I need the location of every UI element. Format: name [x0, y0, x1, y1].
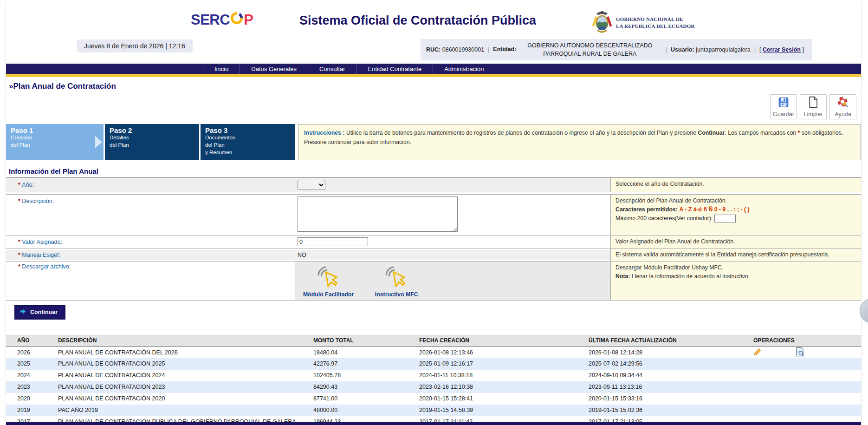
form-row-esigef: * Maneja Esigef: NO El sistema valida au… [6, 248, 861, 262]
wizard-steps: Paso 1 Creación del Plan Paso 2 Detalles… [6, 124, 861, 160]
nav-item-consultar[interactable]: Consultar [308, 64, 356, 74]
required-asterisk: * [18, 182, 20, 188]
valor-input[interactable] [298, 237, 368, 246]
cell-fecha-actualizacion: 2025-07-02 14:29:56 [589, 358, 753, 370]
limpiar-button[interactable]: Limpiar [800, 94, 827, 119]
descargar-help: Descargar Módulo Facilitador Ushay MFC. … [610, 262, 861, 300]
government-branding: GOBIERNO NACIONAL DE LA REPUBLICA DEL EC… [592, 10, 695, 36]
cell-fecha-creacion: 2023-02-16 12:10:38 [419, 381, 589, 393]
col-header-ultima-actualizacion: ÚLTIMA FECHA ACTUALIZACIÓN [589, 335, 753, 347]
form-row-descripcion: * Descripción: Descripción del Plan Anua… [6, 195, 861, 235]
separator: | [751, 46, 759, 53]
cell-operaciones [753, 393, 861, 405]
cell-operaciones [753, 381, 861, 393]
edit-pencil-icon[interactable] [753, 347, 762, 358]
required-asterisk: * [18, 252, 20, 258]
descripcion-textarea[interactable] [298, 196, 458, 232]
sercop-logo: SERCP [191, 12, 253, 28]
cell-fecha-actualizacion: 2023-09-11 13:13:16 [589, 381, 753, 393]
form-row-anio: * Año: Seleccione el año de Contratación… [6, 177, 861, 192]
descargar-label: Descargar archivo: [22, 263, 71, 270]
ruc-group: RUC: 0860019930001 [426, 46, 484, 53]
cell-fecha-creacion: 2024-01-11 10:38:18 [419, 370, 589, 381]
footer-bar [6, 422, 861, 425]
cell-operaciones [753, 405, 861, 416]
table-row: 2026 PLAN ANUAL DE CONTRATACIÓN DEL 2026… [6, 347, 861, 358]
cell-operaciones [753, 370, 861, 381]
ecuador-coat-of-arms-icon [592, 10, 612, 36]
counter-input[interactable] [714, 215, 736, 222]
click-download-icon[interactable] [316, 284, 341, 291]
col-header-fecha-creacion: FECHA CREACIÓN [419, 335, 589, 347]
entidad-value: GOBIERNO AUTONOMO DESCENTRALIZADO PARROQ… [518, 41, 662, 58]
required-asterisk: * [18, 263, 20, 270]
table-header-row: AÑO DESCRIPCIÓN MONTO TOTAL FECHA CREACI… [6, 335, 861, 347]
entidad-group: Entidad: GOBIERNO AUTONOMO DESCENTRALIZA… [493, 41, 661, 58]
guardar-button[interactable]: Guardar [770, 94, 797, 119]
step-2-detalles[interactable]: Paso 2 Detalles del Plan [105, 124, 199, 160]
separator: | [662, 46, 671, 53]
cell-fecha-actualizacion: 2026-01-08 12:14:28 [589, 347, 753, 358]
usuario-group: Usuario: juntaparroquialgalera [671, 46, 751, 53]
sercop-o-icon [230, 12, 243, 28]
continuar-button[interactable]: Continuar [14, 305, 65, 320]
cell-year: 2025 [6, 358, 58, 370]
view-document-icon[interactable] [795, 347, 804, 358]
cell-descripcion: PAC AÑO 2019 [58, 405, 313, 416]
main-container: SERCP Sistema Oficial de Contratación Pú… [6, 3, 862, 425]
nav-item-datos-generales[interactable]: Datos Generales [240, 64, 308, 74]
anio-help: Seleccione el año de Contratación. [610, 178, 861, 192]
cell-operaciones [753, 347, 861, 358]
table-row: 2023 PLAN ANUAL DE CONTRATACION 2023 842… [6, 381, 861, 393]
continue-arrow-icon [19, 308, 26, 316]
step-1-creacion[interactable]: Paso 1 Creación del Plan [6, 124, 104, 160]
cell-monto: 42276.97 [313, 358, 419, 370]
logout-group: [ Cerrar Sesión ] [759, 46, 804, 53]
table-row: 2024 PLAN ANUAL DE CONTRATACIÓN 2024 102… [6, 370, 861, 381]
cell-fecha-creacion: 2026-01-08 12:13:46 [419, 347, 589, 358]
required-asterisk: * [18, 198, 20, 204]
nav-item-administracion[interactable]: Administración [433, 64, 495, 74]
col-header-monto: MONTO TOTAL [313, 335, 419, 347]
cell-year: 2026 [6, 347, 58, 358]
descripcion-help: Descripción del Plan Anual de Contrataci… [610, 195, 861, 235]
header: SERCP Sistema Oficial de Contratación Pú… [6, 3, 861, 64]
click-download-icon[interactable] [384, 284, 409, 291]
datetime-display: Jueves 8 de Enero de 2026 | 12:16 [77, 39, 193, 52]
sercop-logo-text: SERC [191, 12, 230, 28]
gold-accent-bar [6, 74, 861, 77]
modulo-facilitador-link[interactable]: Módulo Facilitador [303, 291, 354, 298]
anio-label: Año: [22, 182, 34, 188]
cell-monto: 87741.00 [313, 393, 419, 405]
instructivo-mfc-download: Instructivo MFC [375, 263, 418, 298]
valor-label: Valor Asignado: [22, 239, 62, 245]
table-row: 2020 PLAN ANUAL DE CONTRATACIÓN 2020 877… [6, 393, 861, 405]
instructivo-mfc-link[interactable]: Instructivo MFC [375, 291, 418, 298]
cell-monto: 102405.78 [313, 370, 419, 381]
plans-table: AÑO DESCRIPCIÓN MONTO TOTAL FECHA CREACI… [6, 335, 861, 425]
session-info-bar: RUC: 0860019930001 | Entidad: GOBIERNO A… [421, 39, 812, 60]
cell-descripcion: PLAN ANUAL DE CONTRATACION 2023 [58, 381, 313, 393]
table-row: 2025 PLAN ANUAL DE CONTRATACION 2025 422… [6, 358, 861, 370]
col-header-ano: AÑO [6, 335, 58, 347]
cell-descripcion: PLAN ANUAL DE CONTRATACIÓN 2020 [58, 393, 313, 405]
page-title: »Plan Anual de Contratación [6, 77, 861, 94]
blank-page-icon [808, 96, 819, 110]
nav-item-inicio[interactable]: Inicio [203, 64, 240, 74]
logout-link[interactable]: Cerrar Sesión [763, 46, 801, 53]
descripcion-label: Descripción: [22, 198, 54, 204]
valor-help: Valor Asignado del Plan Anual de Contrat… [610, 235, 861, 248]
plans-table-section: AÑO DESCRIPCIÓN MONTO TOTAL FECHA CREACI… [6, 331, 861, 425]
ayuda-button[interactable]: Ayuda [829, 94, 856, 119]
step-arrow-icon [95, 136, 102, 148]
cell-year: 2019 [6, 405, 58, 416]
form-section-title: Información del Plan Anual [6, 164, 861, 177]
step-3-documentos[interactable]: Paso 3 Documentos del Plan y Resumen [201, 124, 295, 160]
help-lifering-icon [837, 96, 849, 110]
esigef-help: El sistema valida automáticamente si la … [610, 248, 861, 261]
anio-select[interactable] [298, 180, 325, 190]
form-row-descargar: * Descargar archivo: Módulo Facilitador … [6, 262, 861, 301]
main-navigation: Inicio Datos Generales Consultar Entidad… [6, 64, 861, 74]
nav-item-entidad-contratante[interactable]: Entidad Contratante [356, 64, 433, 74]
required-asterisk: * [18, 239, 20, 245]
